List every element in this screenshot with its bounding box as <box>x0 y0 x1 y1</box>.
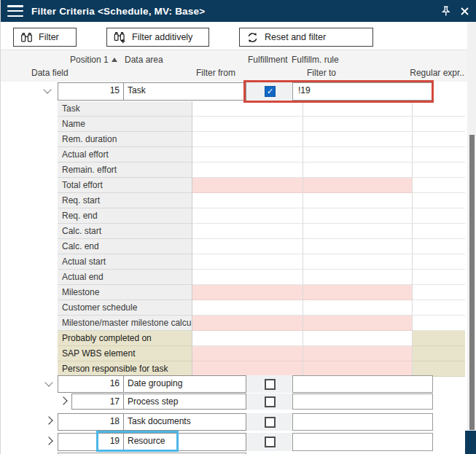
filter-to-cell[interactable] <box>303 270 413 285</box>
menu-icon[interactable] <box>7 5 23 17</box>
header-fulfillm-rule[interactable]: Fulfillm. rule <box>292 55 339 65</box>
filter-from-cell[interactable] <box>192 178 303 193</box>
close-icon[interactable] <box>459 5 471 17</box>
filter-to-cell[interactable] <box>303 316 413 331</box>
regular-expr-cell[interactable] <box>413 132 465 147</box>
data-area-cell[interactable]: Task documents <box>124 414 246 430</box>
position-cell[interactable]: 17 <box>72 394 124 409</box>
data-area-cell[interactable]: Task <box>124 83 246 100</box>
filter-from-cell[interactable] <box>192 254 303 270</box>
group-row-resource[interactable]: 19 Resource <box>58 433 246 451</box>
position-cell[interactable]: 16 <box>58 376 124 392</box>
regular-expr-cell[interactable] <box>413 224 465 239</box>
filter-to-cell[interactable] <box>303 346 413 361</box>
fulfillm-rule-input-date-grouping[interactable] <box>292 375 433 393</box>
filter-from-cell[interactable] <box>192 331 303 346</box>
vertical-scrollbar-thumb[interactable] <box>469 135 475 430</box>
filter-from-cell[interactable] <box>192 270 303 285</box>
regular-expr-cell[interactable] <box>413 147 465 163</box>
regular-expr-cell[interactable] <box>413 254 465 270</box>
filter-from-cell[interactable] <box>192 346 303 361</box>
filter-from-cell[interactable] <box>192 224 303 239</box>
position-cell[interactable]: 18 <box>58 414 124 430</box>
filter-from-cell[interactable] <box>192 239 303 254</box>
regular-expr-cell[interactable] <box>413 178 465 193</box>
fulfillment-checkbox-task-documents[interactable] <box>265 417 276 428</box>
group-row-task-documents[interactable]: 18 Task documents <box>58 413 246 431</box>
regular-expr-cell[interactable] <box>413 208 465 224</box>
filter-from-cell[interactable] <box>192 147 303 163</box>
filter-to-cell[interactable] <box>303 208 413 224</box>
filter-from-cell[interactable] <box>192 193 303 208</box>
filter-to-cell[interactable] <box>303 117 413 132</box>
filter-to-cell[interactable] <box>303 147 413 163</box>
regular-expr-cell[interactable] <box>413 361 465 377</box>
header-regular-expr[interactable]: Regular expr.. <box>406 68 464 78</box>
regular-expr-cell[interactable] <box>413 316 465 331</box>
filter-from-cell[interactable] <box>192 361 303 377</box>
header-data-area[interactable]: Data area <box>125 55 163 65</box>
fulfillment-checkbox-task[interactable]: ✓ <box>265 86 276 97</box>
group-row-process-step[interactable]: 17 Process step <box>71 394 246 410</box>
filter-to-cell[interactable] <box>303 101 413 117</box>
data-area-cell[interactable]: Date grouping <box>124 376 246 392</box>
regular-expr-cell[interactable] <box>413 163 465 178</box>
filter-to-cell[interactable] <box>303 132 413 147</box>
chevron-down-icon[interactable] <box>43 85 51 93</box>
fulfillment-checkbox-resource[interactable] <box>265 437 276 447</box>
filter-to-cell[interactable] <box>303 239 413 254</box>
filter-additively-button[interactable]: Filter additively <box>106 28 209 47</box>
group-row-task[interactable]: 15 Task <box>58 82 246 101</box>
header-filter-to[interactable]: Filter to <box>307 68 336 78</box>
filter-to-cell[interactable] <box>303 224 413 239</box>
sort-ascending-icon[interactable] <box>112 58 117 62</box>
filter-from-cell[interactable] <box>192 163 303 178</box>
filter-from-cell[interactable] <box>192 208 303 224</box>
position-cell[interactable]: 19 <box>58 434 124 450</box>
regular-expr-cell[interactable] <box>413 239 465 254</box>
regular-expr-cell[interactable] <box>413 346 465 361</box>
header-data-field[interactable]: Data field <box>31 68 69 78</box>
fulfillm-rule-input-task-documents[interactable] <box>292 413 433 431</box>
header-position[interactable]: Position 1 <box>70 55 109 65</box>
chevron-right-icon[interactable] <box>59 396 67 404</box>
regular-expr-cell[interactable] <box>413 300 465 316</box>
header-fulfillment[interactable]: Fulfillment <box>248 55 288 65</box>
data-area-cell[interactable]: Process step <box>124 394 246 409</box>
regular-expr-cell[interactable] <box>413 117 465 132</box>
header-filter-from[interactable]: Filter from <box>196 68 235 78</box>
fulfillment-checkbox-date-grouping[interactable] <box>265 379 276 390</box>
filter-from-cell[interactable] <box>192 300 303 316</box>
filter-to-cell[interactable] <box>303 163 413 178</box>
fulfillm-rule-input-resource[interactable] <box>292 433 433 451</box>
reset-and-filter-button[interactable]: Reset and filter <box>239 28 373 47</box>
regular-expr-cell[interactable] <box>413 270 465 285</box>
filter-from-cell[interactable] <box>192 132 303 147</box>
chevron-right-icon[interactable] <box>44 416 52 424</box>
filter-to-cell[interactable] <box>303 361 413 377</box>
filter-to-cell[interactable] <box>303 300 413 316</box>
fulfillment-checkbox-process-step[interactable] <box>265 396 276 407</box>
pin-icon[interactable] <box>440 5 452 17</box>
fulfillm-rule-input-process-step[interactable] <box>292 394 433 410</box>
group-row-date-grouping[interactable]: 16 Date grouping <box>58 375 246 393</box>
data-area-cell[interactable]: Resource <box>124 434 246 450</box>
filter-to-cell[interactable] <box>303 193 413 208</box>
filter-from-cell[interactable] <box>192 316 303 331</box>
regular-expr-cell[interactable] <box>413 331 465 346</box>
position-cell[interactable]: 15 <box>58 83 124 100</box>
regular-expr-cell[interactable] <box>413 101 465 117</box>
chevron-down-icon[interactable] <box>44 378 52 386</box>
fulfillm-rule-input-task[interactable]: !19 <box>292 82 433 101</box>
filter-to-cell[interactable] <box>303 178 413 193</box>
filter-from-cell[interactable] <box>192 117 303 132</box>
filter-to-cell[interactable] <box>303 285 413 300</box>
filter-to-cell[interactable] <box>303 254 413 270</box>
filter-button[interactable]: Filter <box>13 28 77 47</box>
filter-from-cell[interactable] <box>192 101 303 117</box>
filter-to-cell[interactable] <box>303 331 413 346</box>
regular-expr-cell[interactable] <box>413 285 465 300</box>
chevron-right-icon[interactable] <box>44 437 52 445</box>
filter-from-cell[interactable] <box>192 285 303 300</box>
regular-expr-cell[interactable] <box>413 193 465 208</box>
